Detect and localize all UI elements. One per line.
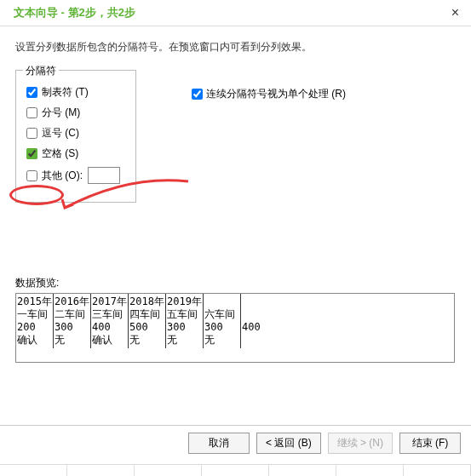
other-checkbox[interactable] (26, 170, 37, 181)
footer: 取消 < 返回 (B) 继续 > (N) 结束 (F) (0, 425, 471, 461)
space-label: 空格 (S) (42, 146, 78, 161)
comma-checkbox[interactable] (26, 128, 37, 139)
other-input[interactable] (88, 167, 120, 184)
preview-column: 2016年 二车间 300 无 (54, 294, 91, 348)
cancel-button[interactable]: 取消 (188, 433, 250, 454)
comma-label: 逗号 (C) (42, 126, 79, 141)
close-icon[interactable]: × (451, 5, 459, 20)
space-checkbox[interactable] (26, 148, 37, 159)
next-button: 继续 > (N) (328, 433, 393, 454)
semicolon-label: 分号 (M) (42, 106, 80, 120)
instruction-text: 设置分列数据所包含的分隔符号。在预览窗口内可看到分列效果。 (15, 40, 456, 54)
delimiter-legend: 分隔符 (23, 64, 59, 78)
delimiter-fieldset: 分隔符 制表符 (T) 分号 (M) 逗号 (C) 空格 (S) 其他 (O): (15, 70, 136, 203)
other-label: 其他 (O): (42, 169, 83, 183)
preview-column: 2018年 四车间 500 无 (129, 294, 166, 348)
annotation-arrow (60, 179, 193, 221)
preview-box: 2015年 一车间 200 确认2016年 二车间 300 无2017年 三车间… (15, 293, 455, 363)
preview-label: 数据预览: (15, 276, 456, 290)
finish-button[interactable]: 结束 (F) (399, 433, 461, 454)
consecutive-checkbox[interactable] (192, 89, 203, 100)
preview-column: 400 (241, 294, 279, 348)
sheet-grid-edge (0, 464, 471, 476)
annotation-circle (9, 185, 64, 205)
tab-checkbox[interactable] (26, 87, 37, 98)
consecutive-label: 连续分隔符号视为单个处理 (R) (206, 87, 346, 101)
semicolon-checkbox[interactable] (26, 107, 37, 118)
tab-label: 制表符 (T) (42, 85, 89, 100)
preview-column: 六车间 300 无 (204, 294, 241, 348)
preview-column: 2017年 三车间 400 确认 (91, 294, 129, 348)
preview-column: 2019年 五车间 300 无 (166, 294, 204, 348)
preview-column: 2015年 一车间 200 确认 (16, 294, 54, 348)
back-button[interactable]: < 返回 (B) (256, 433, 321, 454)
dialog-title: 文本向导 - 第2步，共2步 (14, 5, 135, 20)
